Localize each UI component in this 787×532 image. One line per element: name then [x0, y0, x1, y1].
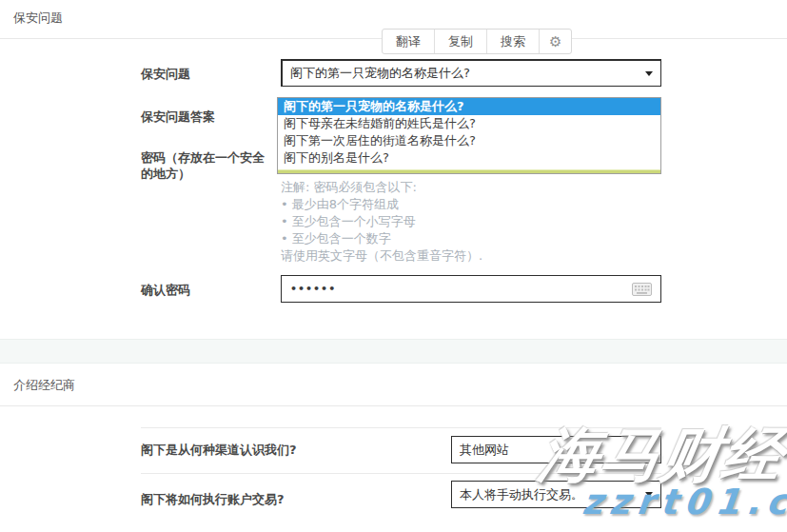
- broker-section-title: 介绍经纪商: [13, 377, 75, 394]
- referral-source-label: 阁下是从何种渠道认识我们?: [141, 442, 297, 459]
- confirm-password-input[interactable]: ••••••: [281, 275, 661, 303]
- password-note-title: 注解: 密码必须包含以下:: [281, 179, 661, 196]
- dropdown-option[interactable]: 阁下第一次居住的街道名称是什么?: [278, 132, 660, 149]
- dropdown-option-selected[interactable]: 阁下的第一只宠物的名称是什么?: [278, 98, 660, 115]
- security-question-select[interactable]: 阁下的第一只宠物的名称是什么?: [281, 59, 661, 87]
- trade-execution-value: 本人将手动执行交易。: [460, 486, 583, 503]
- copy-button[interactable]: 复制: [435, 30, 487, 53]
- toolbar: 翻译 复制 搜索 ⚙: [382, 29, 572, 54]
- security-question-dropdown: 阁下的第一只宠物的名称是什么? 阁下母亲在未结婚前的姓氏是什么? 阁下第一次居住…: [277, 97, 661, 174]
- password-note-footer: 请使用英文字母（不包含重音字符）.: [281, 247, 661, 265]
- dropdown-option[interactable]: 阁下的别名是什么?: [278, 149, 660, 167]
- security-answer-label: 保安问题答案: [141, 108, 274, 125]
- gear-icon[interactable]: ⚙: [540, 30, 571, 53]
- password-rule: • 至少包含一个数字: [281, 230, 661, 247]
- page-title: 保安问题: [13, 10, 63, 27]
- dropdown-option[interactable]: 阁下母亲在未结婚前的姓氏是什么?: [278, 115, 660, 132]
- password-note: 注解: 密码必须包含以下: • 最少由8个字符组成 • 至少包含一个小写字母 •…: [281, 179, 661, 265]
- password-label: 密码（存放在一个安全的地方）: [141, 149, 274, 182]
- chevron-down-icon: [645, 447, 653, 452]
- search-button[interactable]: 搜索: [487, 30, 540, 53]
- keyboard-icon[interactable]: [632, 283, 652, 296]
- confirm-password-label: 确认密码: [141, 282, 274, 298]
- row-divider: [141, 473, 661, 474]
- trade-execution-label: 阁下将如何执行账户交易?: [141, 491, 285, 508]
- chevron-down-icon: [645, 71, 653, 76]
- security-question-label: 保安问题: [141, 66, 274, 82]
- password-rule: • 至少包含一个小写字母: [281, 213, 661, 230]
- referral-source-value: 其他网站: [460, 442, 509, 459]
- trade-execution-select[interactable]: 本人将手动执行交易。: [451, 481, 661, 508]
- page: 保安问题 翻译 复制 搜索 ⚙ 保安问题 阁下的第一只宠物的名称是什么? 阁下的…: [0, 0, 787, 532]
- section-divider: [0, 339, 787, 364]
- security-question-value: 阁下的第一只宠物的名称是什么?: [290, 65, 470, 82]
- broker-section-divider: [0, 405, 787, 406]
- row-divider: [141, 427, 661, 428]
- masked-password-value: ••••••: [290, 283, 336, 295]
- password-rule: • 最少由8个字符组成: [281, 196, 661, 213]
- referral-source-select[interactable]: 其他网站: [451, 436, 661, 463]
- translate-button[interactable]: 翻译: [383, 30, 435, 53]
- chevron-down-icon: [645, 492, 653, 497]
- dropdown-bottom-border: [278, 173, 660, 174]
